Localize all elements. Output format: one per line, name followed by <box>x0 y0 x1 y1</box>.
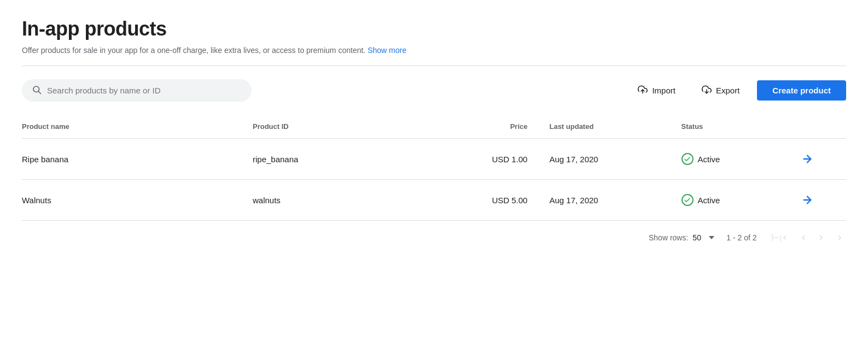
cell-price: USD 5.00 <box>434 180 550 221</box>
cell-product-name: Walnuts <box>22 180 253 221</box>
col-header-name: Product name <box>22 117 253 139</box>
status-badge: Active <box>698 155 720 164</box>
pagination-nav: ⊢| <box>768 231 846 245</box>
show-rows-label: Show rows: <box>649 233 688 242</box>
last-page-button[interactable] <box>831 231 846 244</box>
import-label: Import <box>652 86 675 95</box>
svg-point-0 <box>33 86 39 92</box>
export-button[interactable]: Export <box>693 80 748 101</box>
cell-product-name: Ripe banana <box>22 139 253 180</box>
col-header-action <box>797 117 846 139</box>
table-row: Walnuts walnuts USD 5.00 Aug 17, 2020 Ac… <box>22 180 846 221</box>
cell-status: Active <box>681 180 797 221</box>
first-page-button[interactable]: ⊢| <box>768 231 794 245</box>
show-more-link[interactable]: Show more <box>368 46 406 55</box>
col-header-updated: Last updated <box>549 117 681 139</box>
search-icon <box>32 85 42 96</box>
search-container <box>22 79 252 102</box>
cell-action <box>797 139 846 180</box>
cell-status: Active <box>681 139 797 180</box>
rows-selector: Show rows: 50 100 200 <box>649 233 715 242</box>
active-status-icon <box>681 153 694 165</box>
col-header-price: Price <box>434 117 550 139</box>
cell-price: USD 1.00 <box>434 139 550 180</box>
prev-page-button[interactable] <box>796 231 811 244</box>
cell-last-updated: Aug 17, 2020 <box>549 139 681 180</box>
import-button[interactable]: Import <box>629 80 684 101</box>
row-detail-button[interactable] <box>797 192 818 208</box>
cell-action <box>797 180 846 221</box>
cell-last-updated: Aug 17, 2020 <box>549 180 681 221</box>
import-icon <box>638 85 648 96</box>
col-header-id: Product ID <box>253 117 434 139</box>
status-badge: Active <box>698 196 720 205</box>
page-title: In-app products <box>22 17 846 40</box>
cell-product-id: walnuts <box>253 180 434 221</box>
search-input[interactable] <box>47 86 242 95</box>
page-info: 1 - 2 of 2 <box>726 233 756 242</box>
next-page-button[interactable] <box>813 231 829 244</box>
cell-product-id: ripe_banana <box>253 139 434 180</box>
subtitle-text: Offer products for sale in your app for … <box>22 46 365 55</box>
section-divider <box>22 66 846 66</box>
svg-line-1 <box>39 92 41 94</box>
col-header-status: Status <box>681 117 797 139</box>
export-icon <box>702 85 712 96</box>
products-table: Product name Product ID Price Last updat… <box>22 117 846 221</box>
toolbar: Import Export Create product <box>22 79 846 102</box>
table-row: Ripe banana ripe_banana USD 1.00 Aug 17,… <box>22 139 846 180</box>
row-detail-button[interactable] <box>797 151 818 167</box>
export-label: Export <box>716 86 739 95</box>
pagination-row: Show rows: 50 100 200 1 - 2 of 2 ⊢| <box>22 221 846 249</box>
table-header-row: Product name Product ID Price Last updat… <box>22 117 846 139</box>
rows-per-page-select[interactable]: 50 100 200 <box>692 233 715 242</box>
active-status-icon <box>681 194 694 206</box>
page-subtitle: Offer products for sale in your app for … <box>22 46 846 55</box>
create-product-button[interactable]: Create product <box>757 80 846 101</box>
